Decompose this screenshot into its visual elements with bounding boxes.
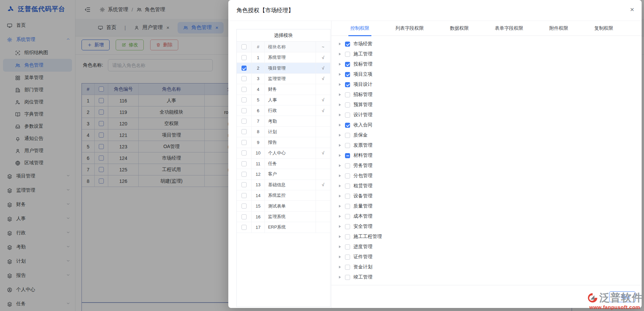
module-row[interactable]: 17ERP系统	[237, 222, 330, 233]
caret-right-icon[interactable]	[339, 134, 341, 137]
caret-right-icon[interactable]	[339, 195, 341, 197]
module-checkbox[interactable]	[242, 182, 247, 187]
caret-right-icon[interactable]	[339, 164, 341, 167]
caret-right-icon[interactable]	[339, 174, 341, 177]
tree-item-label[interactable]: 劳务管理	[353, 163, 372, 169]
tree-item-label[interactable]: 成本管理	[353, 213, 372, 219]
tree-item-label[interactable]: 市场经营	[353, 41, 372, 47]
tree-item-label[interactable]: 项目立项	[353, 71, 372, 77]
tree-checkbox[interactable]	[345, 123, 350, 128]
caret-right-icon[interactable]	[339, 124, 341, 126]
module-row[interactable]: 2项目管理√	[237, 63, 330, 73]
tree-checkbox[interactable]	[345, 82, 350, 87]
tree-checkbox[interactable]	[345, 113, 350, 118]
tree-checkbox[interactable]	[345, 244, 350, 249]
perm-tab-4[interactable]: 表单字段权限	[495, 21, 523, 36]
caret-right-icon[interactable]	[339, 256, 341, 258]
caret-right-icon[interactable]	[339, 63, 341, 66]
close-icon[interactable]: ×	[630, 6, 634, 13]
tree-checkbox[interactable]	[345, 133, 350, 138]
module-checkbox[interactable]	[242, 150, 247, 156]
tree-item-label[interactable]: 证件管理	[353, 254, 372, 260]
caret-right-icon[interactable]	[339, 225, 341, 228]
tree-checkbox[interactable]	[345, 275, 350, 280]
module-checkbox[interactable]	[242, 161, 247, 166]
module-row[interactable]: 6行政√	[237, 105, 330, 116]
tree-item-label[interactable]: 项目设计	[353, 81, 372, 88]
caret-right-icon[interactable]	[339, 103, 341, 106]
tree-item-label[interactable]: 质保金	[353, 132, 368, 138]
caret-right-icon[interactable]	[339, 215, 341, 218]
tree-item-label[interactable]: 分包管理	[353, 173, 372, 179]
module-row[interactable]: 14系统监控	[237, 190, 330, 201]
tree-checkbox[interactable]	[345, 153, 350, 158]
module-row[interactable]: 15测试表单	[237, 201, 330, 211]
module-checkbox[interactable]	[242, 97, 247, 102]
tree-checkbox[interactable]	[345, 92, 350, 97]
module-checkbox[interactable]	[242, 129, 247, 134]
tree-checkbox[interactable]	[345, 265, 350, 270]
module-row[interactable]: 5人事√	[237, 95, 330, 105]
tree-checkbox[interactable]	[345, 102, 350, 107]
module-checkbox[interactable]	[242, 87, 247, 92]
perm-tab-2[interactable]: 列表字段权限	[395, 21, 424, 36]
tree-checkbox[interactable]	[345, 72, 350, 77]
tree-item-label[interactable]: 设备管理	[353, 193, 372, 199]
caret-right-icon[interactable]	[339, 73, 341, 76]
caret-right-icon[interactable]	[339, 114, 341, 116]
tree-checkbox[interactable]	[345, 163, 350, 168]
tree-item-label[interactable]: 招标管理	[353, 92, 372, 98]
module-row[interactable]: 10个人中心√	[237, 148, 330, 159]
tree-item-label[interactable]: 预算管理	[353, 102, 372, 108]
caret-right-icon[interactable]	[339, 276, 341, 279]
tree-checkbox[interactable]	[345, 224, 350, 229]
tree-item-label[interactable]: 发票管理	[353, 142, 372, 148]
tree-checkbox[interactable]	[345, 255, 350, 260]
module-row[interactable]: 16监理系统	[237, 212, 330, 222]
tree-checkbox[interactable]	[345, 234, 350, 239]
tree-item-label[interactable]: 设计管理	[353, 112, 372, 118]
tree-checkbox[interactable]	[345, 42, 350, 47]
perm-tab-3[interactable]: 数据权限	[450, 21, 469, 36]
caret-right-icon[interactable]	[339, 185, 341, 187]
module-select-all-checkbox[interactable]	[242, 44, 247, 49]
module-checkbox[interactable]	[242, 172, 247, 177]
tree-item-label[interactable]: 进度管理	[353, 244, 372, 250]
tree-item-label[interactable]: 材料管理	[353, 152, 372, 159]
module-checkbox[interactable]	[242, 55, 247, 60]
module-row[interactable]: 9报告	[237, 137, 330, 148]
tree-item-label[interactable]: 安全管理	[353, 223, 372, 230]
module-checkbox[interactable]	[242, 204, 247, 209]
tree-checkbox[interactable]	[345, 143, 350, 148]
tree-item-label[interactable]: 投标管理	[353, 61, 372, 67]
caret-right-icon[interactable]	[339, 53, 341, 55]
caret-right-icon[interactable]	[339, 93, 341, 96]
perm-tab-6[interactable]: 复制权限	[594, 21, 613, 36]
module-row[interactable]: 1系统管理√	[237, 52, 330, 63]
tree-item-label[interactable]: 施工管理	[353, 51, 372, 57]
tree-checkbox[interactable]	[345, 194, 350, 199]
caret-right-icon[interactable]	[339, 43, 341, 45]
caret-right-icon[interactable]	[339, 205, 341, 208]
tree-checkbox[interactable]	[345, 173, 350, 178]
module-row[interactable]: 7考勤	[237, 116, 330, 126]
module-row[interactable]: 11任务	[237, 159, 330, 169]
perm-tab-1[interactable]: 控制权限	[350, 21, 369, 36]
tree-checkbox[interactable]	[345, 204, 350, 209]
module-checkbox[interactable]	[242, 76, 247, 81]
module-row[interactable]: 3监理管理√	[237, 74, 330, 84]
module-row[interactable]: 12客户	[237, 169, 330, 180]
module-checkbox[interactable]	[242, 108, 247, 113]
module-row[interactable]: 4财务	[237, 84, 330, 95]
module-checkbox[interactable]	[242, 225, 247, 230]
tree-checkbox[interactable]	[345, 184, 350, 189]
caret-right-icon[interactable]	[339, 235, 341, 238]
caret-right-icon[interactable]	[339, 144, 341, 147]
tree-item-label[interactable]: 施工工程管理	[353, 234, 382, 240]
caret-right-icon[interactable]	[339, 83, 341, 86]
tree-item-label[interactable]: 资金计划	[353, 264, 372, 270]
tree-checkbox[interactable]	[345, 214, 350, 219]
module-checkbox[interactable]	[242, 140, 247, 145]
caret-right-icon[interactable]	[339, 154, 341, 157]
perm-tab-5[interactable]: 附件权限	[549, 21, 568, 36]
